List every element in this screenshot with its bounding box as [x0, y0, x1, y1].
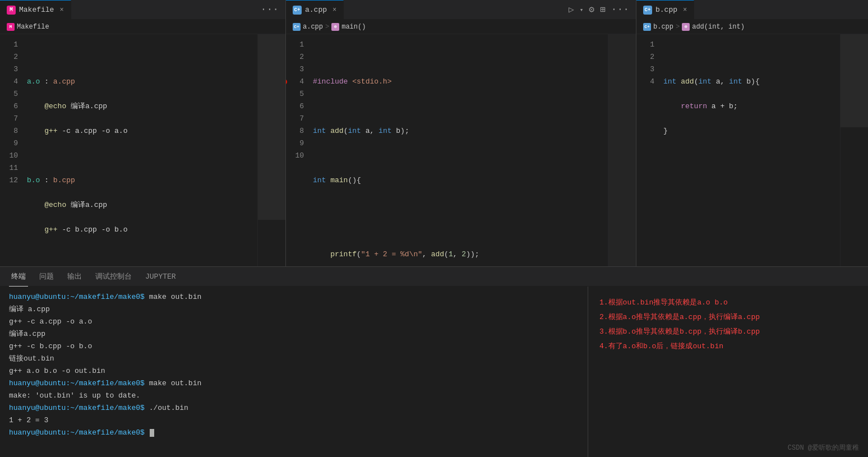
- m-icon: M: [7, 6, 16, 15]
- pane1-more[interactable]: ···: [254, 4, 285, 15]
- breakpoint-dot: [286, 79, 287, 85]
- makefile-code[interactable]: 12345 678910 1112 a.o : a.cpp @echo 编译a.…: [0, 34, 285, 266]
- terminal-content: huanyu@ubuntu:~/makefile/make0$ make out…: [0, 287, 868, 457]
- terminal-line-4: 编译a.cpp: [9, 328, 579, 340]
- tab-terminal[interactable]: 终端: [9, 267, 28, 287]
- cpp-icon-b: C+: [643, 6, 652, 15]
- makefile-breadcrumb-label: Makefile: [17, 23, 49, 31]
- acpp-breadcrumb-file: a.cpp: [303, 23, 323, 31]
- pane2-more-icon[interactable]: ···: [611, 4, 629, 15]
- acpp-code-content: #include <stdio.h> int add(int a, int b)…: [308, 34, 608, 266]
- editor-area: M Makefile × ··· M Makefile 12345 678910…: [0, 0, 868, 266]
- terminal-line-12: huanyu@ubuntu:~/makefile/make0$: [9, 427, 579, 439]
- run-dropdown[interactable]: ▾: [580, 6, 584, 13]
- func-icon2: ⊕: [682, 23, 690, 31]
- tab-jupyter[interactable]: JUPYTER: [143, 267, 178, 287]
- pane2-actions: ▷ ▾ ⚙ ⊞ ···: [569, 4, 636, 15]
- cpp-icon-bc: C+: [293, 23, 301, 31]
- acpp-tab[interactable]: C+ a.cpp ×: [286, 0, 344, 20]
- makefile-tab[interactable]: M Makefile ×: [0, 0, 71, 20]
- bcpp-close[interactable]: ×: [683, 6, 687, 14]
- tab-problems[interactable]: 问题: [37, 267, 56, 287]
- bcpp-code[interactable]: 1234 int add(int a, int b){ return a + b…: [636, 34, 868, 266]
- bcpp-breadcrumb-func: add(int, int): [692, 23, 745, 31]
- pane2-tab-bar: C+ a.cpp × ▷ ▾ ⚙ ⊞ ···: [286, 0, 636, 20]
- makefile-breadcrumb: M Makefile: [0, 20, 285, 34]
- watermark: CSDN @爱听歌的周童稚: [788, 443, 859, 453]
- makefile-line-numbers: 12345 678910 1112: [0, 34, 22, 266]
- terminal-output[interactable]: huanyu@ubuntu:~/makefile/make0$ make out…: [0, 287, 588, 457]
- makefile-tab-label: Makefile: [19, 6, 54, 14]
- settings-icon[interactable]: ⚙: [589, 4, 594, 15]
- bcpp-breadcrumb-file: b.cpp: [653, 23, 673, 31]
- cpp-icon-bc2: C+: [643, 23, 651, 31]
- pane3-tab-bar: C+ b.cpp ×: [636, 0, 868, 20]
- annotation-2: 2.根据a.o推导其依赖是a.cpp，执行编译a.cpp: [599, 310, 857, 325]
- bcpp-line-numbers: 1234: [636, 34, 659, 266]
- acpp-close[interactable]: ×: [333, 6, 336, 14]
- terminal-line-7: g++ a.o b.o -o out.bin: [9, 365, 579, 377]
- cpp-icon-a: C+: [293, 6, 302, 15]
- terminal-annotations: 1.根据out.bin推导其依赖是a.o b.o 2.根据a.o推导其依赖是a.…: [588, 287, 868, 457]
- bcpp-pane: C+ b.cpp × C+ b.cpp > ⊕ add(int, int) 12…: [636, 0, 868, 266]
- makefile-pane: M Makefile × ··· M Makefile 12345 678910…: [0, 0, 286, 266]
- terminal-tab-bar: 终端 问题 输出 调试控制台 JUPYTER: [0, 267, 868, 287]
- terminal-line-10: huanyu@ubuntu:~/makefile/make0$ ./out.bi…: [9, 402, 579, 414]
- run-icon[interactable]: ▷: [569, 4, 574, 15]
- terminal-line-5: g++ -c b.cpp -o b.o: [9, 340, 579, 353]
- m-icon-small: M: [7, 23, 15, 31]
- acpp-gutter: 1 2 3 4 5678910: [286, 34, 308, 266]
- bcpp-breadcrumb: C+ b.cpp > ⊕ add(int, int): [636, 20, 868, 34]
- tab-debug[interactable]: 调试控制台: [93, 267, 134, 287]
- acpp-breadcrumb-func: main(): [341, 23, 366, 31]
- bcpp-code-content: int add(int a, int b){ return a + b; }: [659, 34, 840, 266]
- acpp-tab-label: a.cpp: [305, 6, 327, 14]
- pane1-tab-bar: M Makefile × ···: [0, 0, 285, 20]
- terminal-line-6: 链接out.bin: [9, 353, 579, 365]
- bcpp-minimap: [840, 34, 868, 266]
- terminal-line-11: 1 + 2 = 3: [9, 414, 579, 427]
- acpp-minimap: [608, 34, 636, 266]
- annotation-3: 3.根据b.o推导其依赖是b.cpp，执行编译b.cpp: [599, 325, 857, 339]
- breadcrumb-sep: >: [325, 23, 329, 31]
- split-icon[interactable]: ⊞: [600, 4, 606, 15]
- acpp-pane: C+ a.cpp × ▷ ▾ ⚙ ⊞ ··· C+ a.cpp > ⊕ main…: [286, 0, 636, 266]
- acpp-breadcrumb: C+ a.cpp > ⊕ main(): [286, 20, 636, 34]
- terminal-line-9: make: 'out.bin' is up to date.: [9, 390, 579, 402]
- makefile-code-content: a.o : a.cpp @echo 编译a.cpp g++ -c a.cpp -…: [22, 34, 257, 266]
- bcpp-tab-label: b.cpp: [655, 6, 677, 14]
- makefile-minimap: [257, 34, 285, 266]
- func-icon: ⊕: [331, 23, 339, 31]
- terminal-line-8: huanyu@ubuntu:~/makefile/make0$ make out…: [9, 377, 579, 390]
- annotation-1: 1.根据out.bin推导其依赖是a.o b.o: [599, 296, 857, 310]
- breadcrumb-sep2: >: [676, 23, 680, 31]
- annotation-4: 4.有了a.o和b.o后，链接成out.bin: [599, 339, 857, 354]
- makefile-close[interactable]: ×: [59, 6, 63, 14]
- terminal-line-1: huanyu@ubuntu:~/makefile/make0$ make out…: [9, 291, 579, 303]
- tab-output[interactable]: 输出: [65, 267, 84, 287]
- terminal-line-2: 编译 a.cpp: [9, 303, 579, 316]
- terminal-area: 终端 问题 输出 调试控制台 JUPYTER huanyu@ubuntu:~/m…: [0, 266, 868, 457]
- bcpp-tab[interactable]: C+ b.cpp ×: [636, 0, 694, 20]
- acpp-code[interactable]: 1 2 3 4 5678910 #include <stdio.h> int a…: [286, 34, 636, 266]
- terminal-line-3: g++ -c a.cpp -o a.o: [9, 316, 579, 328]
